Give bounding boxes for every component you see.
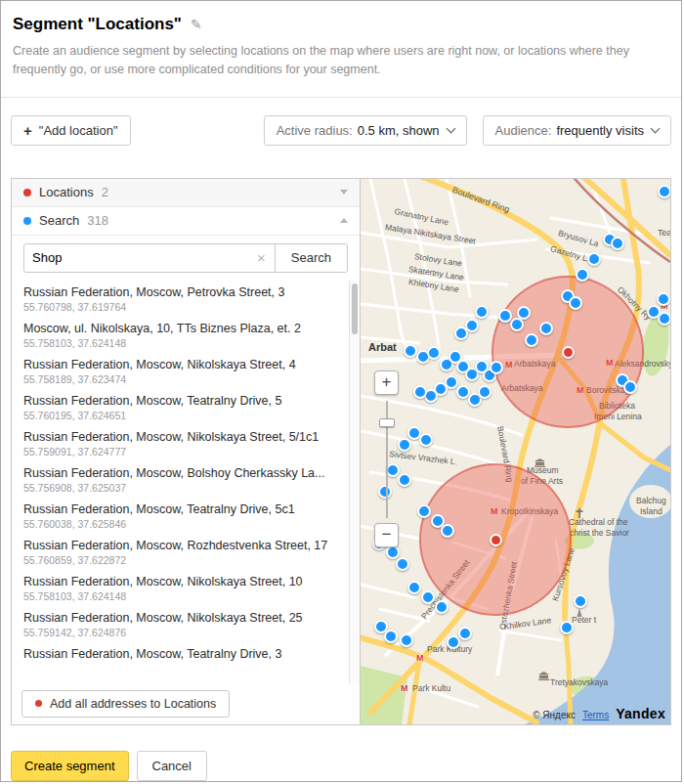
result-coords: 55.756908, 37.625037 (23, 482, 341, 494)
result-coords: 55.760195, 37.624651 (23, 410, 341, 421)
result-coords: 55.760859, 37.622872 (23, 554, 341, 566)
location-marker[interactable] (490, 361, 503, 374)
result-coords: 55.760038, 37.625846 (23, 518, 341, 530)
search-bar: × Search (23, 243, 348, 273)
list-item[interactable]: Russian Federation, Moscow, Rozhdestvenk… (12, 534, 349, 570)
edit-title-icon[interactable]: ✎ (191, 17, 202, 32)
audience-dropdown[interactable]: Audience: frequently visits (483, 115, 671, 146)
location-marker[interactable] (525, 333, 538, 347)
copyright-label: © Яндекс (533, 710, 576, 720)
location-marker[interactable] (454, 327, 468, 340)
list-item[interactable]: Russian Federation, Moscow, Teatralny Dr… (12, 389, 349, 425)
add-all-label: Add all addresses to Locations (50, 697, 216, 711)
add-location-button[interactable]: + "Add location" (11, 115, 131, 146)
collapse-caret-icon (340, 190, 348, 195)
locations-count: 2 (102, 185, 108, 199)
location-marker[interactable] (435, 600, 449, 614)
location-marker[interactable] (475, 305, 489, 319)
list-item[interactable]: Russian Federation, Moscow, Teatralny Dr… (12, 642, 349, 667)
location-marker[interactable] (576, 268, 589, 282)
audience-value: frequently visits (556, 123, 644, 138)
location-marker[interactable] (378, 485, 392, 499)
cancel-button[interactable]: Cancel (137, 751, 207, 781)
result-coords: 55.758103, 37.624148 (23, 590, 341, 602)
location-marker[interactable] (400, 633, 413, 647)
result-address: Russian Federation, Moscow, Nikolskaya S… (23, 575, 341, 588)
yandex-logo[interactable]: Yandex (616, 706, 665, 721)
location-marker[interactable] (569, 296, 582, 310)
location-marker[interactable] (498, 309, 512, 323)
list-item[interactable]: Russian Federation, Moscow, Nikolskaya S… (12, 425, 349, 461)
footer: Create segment Cancel (1, 725, 681, 781)
red-dot-icon (23, 189, 31, 196)
segment-editor-page: Segment "Locations" ✎ Create an audience… (0, 0, 682, 782)
location-marker[interactable] (386, 463, 400, 477)
search-button[interactable]: Search (276, 244, 347, 272)
result-coords: 55.758103, 37.624148 (23, 337, 341, 349)
results-scrollbar[interactable] (349, 281, 360, 683)
location-marker[interactable] (417, 504, 431, 518)
scrollbar-thumb[interactable] (352, 283, 358, 334)
search-count: 318 (87, 213, 108, 228)
location-marker[interactable] (658, 185, 670, 198)
results-list: Russian Federation, Moscow, Petrovka Str… (12, 281, 360, 683)
location-marker[interactable] (587, 252, 601, 266)
result-coords: 55.760798, 37.619764 (23, 301, 341, 313)
search-input[interactable] (24, 250, 248, 265)
location-marker[interactable] (413, 385, 427, 399)
location-marker[interactable] (386, 545, 400, 559)
location-marker[interactable] (458, 627, 472, 640)
location-marker[interactable] (574, 594, 587, 608)
location-marker[interactable] (407, 581, 421, 594)
location-marker[interactable] (427, 346, 441, 360)
location-marker[interactable] (419, 433, 433, 447)
location-marker[interactable] (539, 322, 553, 335)
location-marker[interactable] (441, 524, 454, 538)
list-item[interactable]: Russian Federation, Moscow, Teatralny Dr… (12, 498, 349, 534)
result-address: Russian Federation, Moscow, Nikolskaya S… (23, 611, 341, 625)
list-item[interactable]: Moscow, ul. Nikolskaya, 10, TTs Biznes P… (12, 317, 349, 353)
result-address: Russian Federation, Moscow, Nikolskaya S… (23, 430, 341, 444)
selected-location-marker[interactable] (562, 346, 575, 359)
clear-search-icon[interactable]: × (248, 249, 275, 266)
zoom-slider-handle[interactable] (379, 418, 395, 427)
active-radius-dropdown[interactable]: Active radius: 0.5 km, shown (264, 115, 467, 146)
location-marker[interactable] (396, 557, 409, 571)
create-segment-button[interactable]: Create segment (11, 751, 129, 781)
map-canvas[interactable]: + − © Яндекс Terms Yandex Boulevard Ring… (361, 179, 670, 724)
location-marker[interactable] (658, 312, 670, 326)
location-marker[interactable] (611, 237, 624, 250)
chevron-down-icon (446, 123, 455, 133)
zoom-out-button[interactable]: − (374, 523, 399, 547)
selected-location-marker[interactable] (490, 534, 502, 546)
blue-dot-icon (23, 217, 31, 225)
locations-section-header[interactable]: Locations 2 (12, 179, 360, 207)
plus-icon: + (23, 124, 32, 137)
map-attribution: © Яндекс Terms Yandex (533, 706, 665, 721)
result-address: Russian Federation, Moscow, Teatralny Dr… (23, 394, 341, 408)
result-address: Moscow, ul. Nikolskaya, 10, TTs Biznes P… (23, 322, 341, 335)
location-marker[interactable] (560, 621, 574, 634)
zoom-in-button[interactable]: + (374, 370, 399, 395)
list-item[interactable]: Russian Federation, Moscow, Nikolskaya S… (12, 353, 349, 389)
terms-link[interactable]: Terms (582, 710, 609, 720)
location-marker[interactable] (398, 438, 411, 452)
list-item[interactable]: Russian Federation, Moscow, Bolshoy Cher… (12, 461, 349, 498)
location-marker[interactable] (478, 385, 492, 399)
location-marker[interactable] (404, 344, 417, 358)
locations-section-label: Locations (39, 185, 94, 199)
header: Segment "Locations" ✎ Create an audience… (1, 1, 681, 79)
list-item[interactable]: Russian Federation, Moscow, Petrovka Str… (12, 281, 349, 317)
location-marker[interactable] (384, 630, 398, 643)
locations-panel: Locations 2 Search 318 × Search (12, 179, 361, 724)
location-marker[interactable] (447, 635, 460, 649)
location-marker[interactable] (623, 380, 637, 394)
add-all-button[interactable]: Add all addresses to Locations (21, 690, 230, 718)
location-marker[interactable] (657, 292, 670, 306)
search-section-header[interactable]: Search 318 (12, 207, 360, 236)
location-marker[interactable] (421, 590, 435, 604)
location-marker[interactable] (398, 473, 411, 487)
list-item[interactable]: Russian Federation, Moscow, Nikolskaya S… (12, 570, 349, 606)
list-item[interactable]: Russian Federation, Moscow, Nikolskaya S… (12, 606, 349, 642)
location-marker[interactable] (510, 318, 524, 331)
